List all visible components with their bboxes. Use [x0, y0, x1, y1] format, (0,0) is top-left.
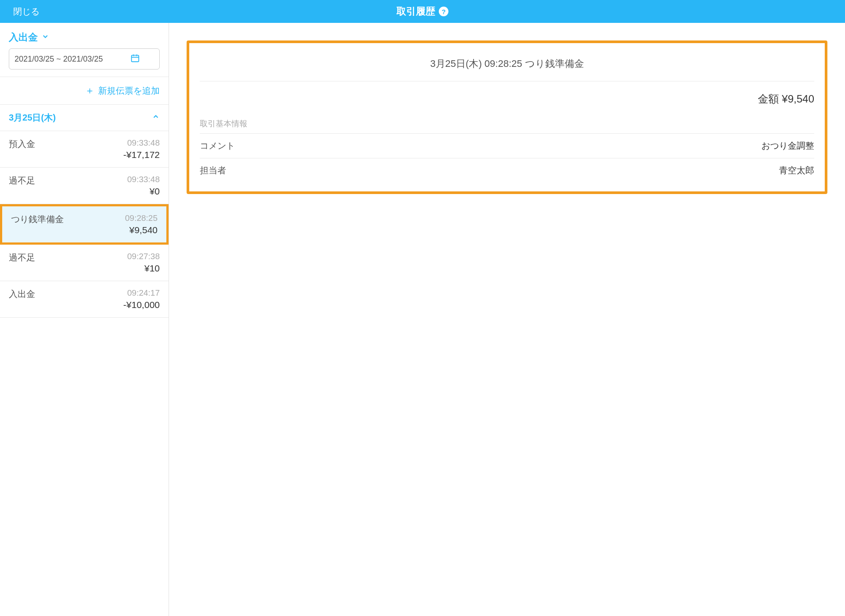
transaction-amount: ¥0 [127, 186, 160, 197]
detail-key: 担当者 [200, 165, 226, 176]
transaction-meta: 09:28:25 ¥9,540 [125, 213, 158, 235]
transaction-time: 09:33:48 [127, 175, 160, 184]
date-group-header[interactable]: 3月25日(木) [0, 105, 169, 131]
transaction-item[interactable]: 過不足 09:27:38 ¥10 [0, 245, 169, 281]
transaction-meta: 09:27:38 ¥10 [127, 252, 160, 274]
page-title: 取引履歴 [397, 5, 435, 18]
detail-row: 担当者 青空太郎 [200, 158, 814, 183]
svg-rect-0 [132, 55, 139, 62]
app-header: 閉じる 取引履歴 ? [0, 0, 845, 23]
filter-dropdown[interactable]: 入出金 [0, 23, 169, 48]
detail-section-label: 取引基本情報 [200, 118, 814, 134]
date-group-label: 3月25日(木) [9, 112, 56, 124]
transaction-label: 預入金 [9, 138, 35, 160]
transaction-label: つり銭準備金 [11, 213, 64, 235]
add-slip-label: 新規伝票を追加 [98, 85, 160, 97]
detail-value: 青空太郎 [779, 165, 814, 176]
detail-amount: 金額 ¥9,540 [200, 81, 814, 118]
main-container: 入出金 2021/03/25 ~ 2021/03/25 ＋ 新規伝票を追加 3月… [0, 23, 845, 616]
transaction-time: 09:24:17 [123, 288, 160, 298]
date-range-input[interactable]: 2021/03/25 ~ 2021/03/25 [9, 48, 160, 70]
transaction-amount: -¥17,172 [123, 150, 160, 160]
transaction-meta: 09:33:48 ¥0 [127, 175, 160, 197]
help-icon[interactable]: ? [439, 7, 448, 16]
header-title-wrap: 取引履歴 ? [397, 5, 448, 18]
transaction-meta: 09:24:17 -¥10,000 [123, 288, 160, 310]
filter-label: 入出金 [9, 31, 38, 44]
chevron-down-icon [41, 32, 49, 43]
transaction-amount: ¥10 [127, 263, 160, 274]
detail-row: コメント おつり金調整 [200, 134, 814, 158]
detail-value: おつり金調整 [761, 140, 814, 152]
transaction-item[interactable]: 預入金 09:33:48 -¥17,172 [0, 131, 169, 168]
transaction-item-selected[interactable]: つり銭準備金 09:28:25 ¥9,540 [0, 204, 169, 245]
transaction-label: 過不足 [9, 175, 35, 197]
close-button[interactable]: 閉じる [13, 6, 40, 18]
plus-icon: ＋ [85, 84, 95, 97]
sidebar: 入出金 2021/03/25 ~ 2021/03/25 ＋ 新規伝票を追加 3月… [0, 23, 169, 616]
calendar-icon [130, 53, 140, 65]
date-range-text: 2021/03/25 ~ 2021/03/25 [15, 55, 103, 64]
transaction-list: 預入金 09:33:48 -¥17,172 過不足 09:33:48 ¥0 つり… [0, 131, 169, 616]
detail-panel: 3月25日(木) 09:28:25 つり銭準備金 金額 ¥9,540 取引基本情… [169, 23, 845, 616]
transaction-time: 09:27:38 [127, 252, 160, 261]
transaction-amount: -¥10,000 [123, 300, 160, 310]
date-range-wrap: 2021/03/25 ~ 2021/03/25 [0, 48, 169, 77]
transaction-meta: 09:33:48 -¥17,172 [123, 138, 160, 160]
detail-key: コメント [200, 140, 235, 152]
transaction-item[interactable]: 入出金 09:24:17 -¥10,000 [0, 281, 169, 318]
transaction-time: 09:33:48 [123, 138, 160, 148]
transaction-amount: ¥9,540 [125, 225, 158, 235]
chevron-up-icon [152, 113, 160, 123]
add-slip-button[interactable]: ＋ 新規伝票を追加 [0, 77, 169, 105]
detail-title: 3月25日(木) 09:28:25 つり銭準備金 [200, 52, 814, 81]
transaction-label: 入出金 [9, 288, 35, 310]
detail-card: 3月25日(木) 09:28:25 つり銭準備金 金額 ¥9,540 取引基本情… [187, 40, 827, 194]
transaction-item[interactable]: 過不足 09:33:48 ¥0 [0, 168, 169, 204]
transaction-time: 09:28:25 [125, 213, 158, 223]
transaction-label: 過不足 [9, 252, 35, 274]
